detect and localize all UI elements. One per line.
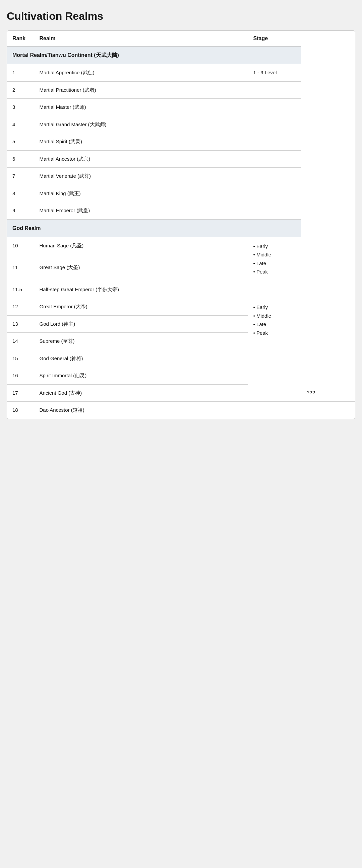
section-header-mortal: Mortal Realm/Tianwu Continent (天武大陆): [7, 46, 355, 64]
table-row: 7Martial Venerate (武尊): [7, 168, 355, 185]
stage-cell: [248, 150, 301, 168]
stage-cell: [248, 81, 301, 99]
stage-cell: [248, 133, 301, 151]
stage-bullet: Late: [253, 259, 296, 268]
stage-bullet: Middle: [253, 312, 296, 320]
table-row: 15God General (神将): [7, 350, 355, 367]
stage-bullet: Peak: [253, 268, 296, 276]
rank-cell: 8: [7, 185, 34, 202]
rank-cell: 10: [7, 237, 34, 259]
realm-cell: Martial Master (武师): [34, 99, 248, 116]
realm-cell: Martial Venerate (武尊): [34, 168, 248, 185]
rank-cell: 2: [7, 81, 34, 99]
rank-cell: 11.5: [7, 281, 34, 298]
page-title: Cultivation Realms: [7, 10, 355, 23]
table-row: 11Great Sage (大圣): [7, 259, 355, 281]
rank-cell: 12: [7, 298, 34, 316]
table-row: 2Martial Practitioner (武者): [7, 81, 355, 99]
realm-cell: Great Emperor (大帝): [34, 298, 248, 316]
table-row: 16Spirit Immortal (仙灵): [7, 367, 355, 384]
realm-cell: Martial Practitioner (武者): [34, 81, 248, 99]
table-row: 11.5Half-step Great Emperor (半步大帝): [7, 281, 355, 298]
realm-cell: Martial Emperor (武皇): [34, 202, 248, 220]
rank-cell: 4: [7, 116, 34, 133]
table-row: 6Martial Ancestor (武宗): [7, 150, 355, 168]
table-row: 18Dao Ancestor (道祖): [7, 402, 355, 419]
table-row: 8Martial King (武王): [7, 185, 355, 202]
stage-bullet: Peak: [253, 329, 296, 337]
stage-cell: [248, 202, 301, 220]
realm-cell: Half-step Great Emperor (半步大帝): [34, 281, 248, 298]
realm-cell: Great Sage (大圣): [34, 259, 248, 281]
realm-cell: Spirit Immortal (仙灵): [34, 367, 248, 384]
table-row: 3Martial Master (武师): [7, 99, 355, 116]
stage-cell: [248, 185, 301, 202]
realm-cell: Dao Ancestor (道祖): [34, 402, 248, 419]
stage-bullet: Early: [253, 242, 296, 251]
cultivation-table: Rank Realm Stage Mortal Realm/Tianwu Con…: [7, 30, 355, 419]
stage-cell: ???: [301, 384, 355, 402]
table-header-row: Rank Realm Stage: [7, 31, 355, 46]
realm-cell: Martial Ancestor (武宗): [34, 150, 248, 168]
stage-header: Stage: [248, 31, 301, 46]
rank-cell: 11: [7, 259, 34, 281]
stage-cell: 1 - 9 Level: [248, 64, 301, 82]
rank-cell: 16: [7, 367, 34, 384]
rank-cell: 5: [7, 133, 34, 151]
stage-cell-bullets: EarlyMiddleLatePeak: [248, 237, 301, 281]
table-row: 10Human Sage (凡圣)EarlyMiddleLatePeak: [7, 237, 355, 259]
table-row: 12Great Emperor (大帝)EarlyMiddleLatePeak: [7, 298, 355, 316]
realm-cell: Supreme (至尊): [34, 333, 248, 350]
rank-cell: 18: [7, 402, 34, 419]
stage-cell: [248, 99, 301, 116]
realm-cell: Martial King (武王): [34, 185, 248, 202]
rank-cell: 14: [7, 333, 34, 350]
rank-cell: 7: [7, 168, 34, 185]
section-header-god: God Realm: [7, 219, 355, 237]
table-row: 17Ancient God (古神)???: [7, 384, 355, 402]
realm-cell: Ancient God (古神): [34, 384, 248, 402]
table-row: 13God Lord (神主): [7, 315, 355, 333]
stage-bullet: Late: [253, 320, 296, 329]
stage-cell: [248, 281, 301, 298]
realm-cell: God Lord (神主): [34, 315, 248, 333]
stage-cell: [248, 116, 301, 133]
realm-cell: Martial Grand Master (大武师): [34, 116, 248, 133]
realm-cell: God General (神将): [34, 350, 248, 367]
table-row: 9Martial Emperor (武皇): [7, 202, 355, 220]
rank-cell: 3: [7, 99, 34, 116]
rank-cell: 9: [7, 202, 34, 220]
table-row: 1Martial Apprentice (武徒)1 - 9 Level: [7, 64, 355, 82]
rank-cell: 13: [7, 315, 34, 333]
table-row: 14Supreme (至尊): [7, 333, 355, 350]
rank-cell: 1: [7, 64, 34, 82]
rank-header: Rank: [7, 31, 34, 46]
realm-cell: Human Sage (凡圣): [34, 237, 248, 259]
stage-cell: [248, 168, 301, 185]
stage-cell-bullets: EarlyMiddleLatePeak: [248, 298, 301, 402]
realm-cell: Martial Spirit (武灵): [34, 133, 248, 151]
stage-cell: [248, 402, 301, 419]
realm-header: Realm: [34, 31, 248, 46]
realm-cell: Martial Apprentice (武徒): [34, 64, 248, 82]
rank-cell: 17: [7, 384, 34, 402]
rank-cell: 15: [7, 350, 34, 367]
stage-bullet: Early: [253, 303, 296, 312]
stage-bullet: Middle: [253, 250, 296, 259]
table-row: 5Martial Spirit (武灵): [7, 133, 355, 151]
table-row: 4Martial Grand Master (大武师): [7, 116, 355, 133]
rank-cell: 6: [7, 150, 34, 168]
